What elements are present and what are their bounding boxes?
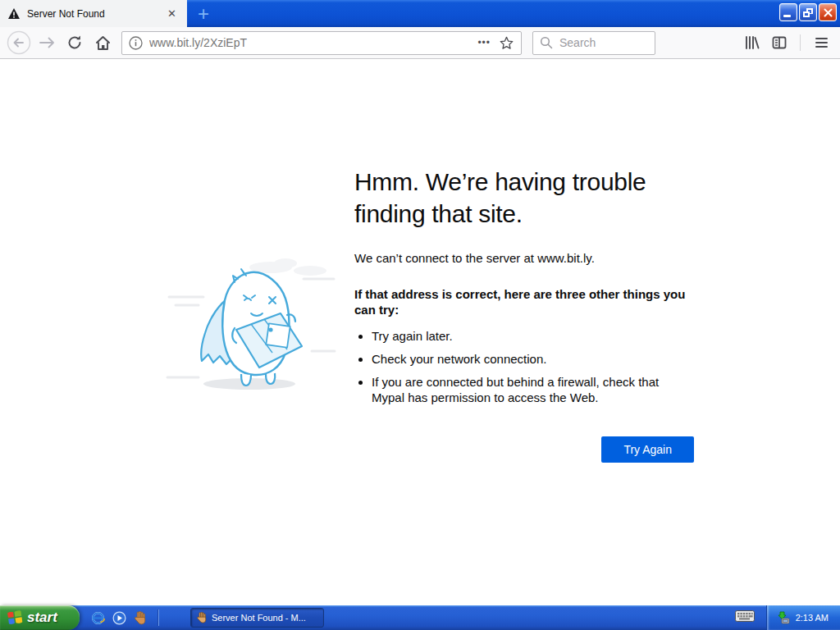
search-icon	[540, 36, 553, 49]
error-message-block: Hmm. We’re having trouble finding that s…	[354, 166, 694, 463]
windows-logo-icon	[7, 609, 23, 626]
back-button[interactable]	[5, 30, 33, 56]
list-item: Try again later.	[372, 328, 694, 344]
minimize-icon	[783, 15, 791, 17]
internet-explorer-icon[interactable]	[91, 611, 105, 625]
bookmark-star-icon[interactable]	[499, 35, 514, 51]
forward-icon	[38, 34, 56, 52]
url-text: www.bit.ly/2XziEpT	[149, 36, 477, 49]
site-info-icon[interactable]	[129, 36, 143, 50]
start-label: start	[27, 609, 62, 626]
taskbar-window-button[interactable]: Server Not Found - M...	[190, 608, 324, 628]
home-button[interactable]	[89, 30, 116, 56]
browser-tab[interactable]: Server Not Found ✕	[0, 0, 187, 27]
language-bar[interactable]	[735, 610, 755, 625]
start-button[interactable]: start	[0, 605, 80, 630]
list-item: If you are connected but behind a firewa…	[372, 374, 694, 405]
tab-close-icon[interactable]: ✕	[164, 7, 180, 21]
home-icon	[94, 34, 112, 52]
sidebar-button[interactable]	[765, 30, 793, 56]
page-actions-icon[interactable]: •••	[477, 37, 491, 48]
close-window-button[interactable]	[819, 3, 837, 21]
restore-button[interactable]	[799, 3, 817, 21]
tab-title: Server Not Found	[27, 8, 164, 20]
library-icon	[743, 34, 760, 51]
taskbar-window-label: Server Not Found - M...	[212, 613, 306, 623]
search-box[interactable]: Search	[532, 31, 655, 55]
taskbar: start	[0, 605, 840, 630]
error-description: We can’t connect to the server at www.bi…	[354, 250, 694, 266]
mypal-hand-icon-small	[196, 612, 208, 623]
safely-remove-hardware-icon[interactable]	[777, 611, 790, 624]
quick-launch-bar	[80, 609, 167, 626]
close-icon	[824, 8, 833, 17]
toolbar-divider	[800, 34, 801, 51]
restore-icon	[803, 8, 813, 17]
minimize-button[interactable]	[779, 3, 797, 21]
system-tray: 2:13 AM	[766, 605, 840, 630]
error-container: Hmm. We’re having trouble finding that s…	[0, 59, 840, 463]
error-subtitle: If that address is correct, here are thr…	[354, 286, 694, 317]
menu-icon	[815, 38, 828, 48]
reload-icon	[66, 34, 83, 51]
new-tab-button[interactable]: +	[189, 0, 218, 27]
sidebar-icon	[771, 34, 788, 51]
keyboard-icon	[735, 610, 755, 622]
clock[interactable]: 2:13 AM	[796, 613, 829, 623]
page-content: Hmm. We’re having trouble finding that s…	[0, 59, 840, 605]
button-row: Try Again	[354, 436, 694, 463]
forward-button[interactable]	[33, 30, 61, 56]
search-placeholder: Search	[559, 36, 596, 49]
back-icon	[7, 30, 31, 55]
error-suggestions-list: Try again later. Check your network conn…	[354, 328, 694, 405]
toolbar-right-icons	[737, 30, 835, 56]
mypal-hand-icon[interactable]	[134, 611, 147, 625]
lost-mascot-illustration	[166, 254, 336, 463]
browser-window: Server Not Found ✕ +	[0, 0, 840, 630]
taskbar-divider	[158, 609, 159, 626]
app-menu-button[interactable]	[807, 30, 835, 56]
window-controls	[779, 3, 837, 21]
list-item: Check your network connection.	[372, 351, 694, 367]
media-player-icon[interactable]	[112, 611, 126, 625]
titlebar: Server Not Found ✕ +	[0, 0, 840, 27]
navigation-toolbar: www.bit.ly/2XziEpT ••• Search	[0, 27, 840, 59]
warning-icon	[7, 7, 21, 21]
try-again-button[interactable]: Try Again	[601, 436, 694, 463]
reload-button[interactable]	[61, 30, 89, 56]
library-button[interactable]	[737, 30, 765, 56]
url-bar[interactable]: www.bit.ly/2XziEpT •••	[121, 31, 522, 55]
error-title: Hmm. We’re having trouble finding that s…	[354, 166, 694, 230]
